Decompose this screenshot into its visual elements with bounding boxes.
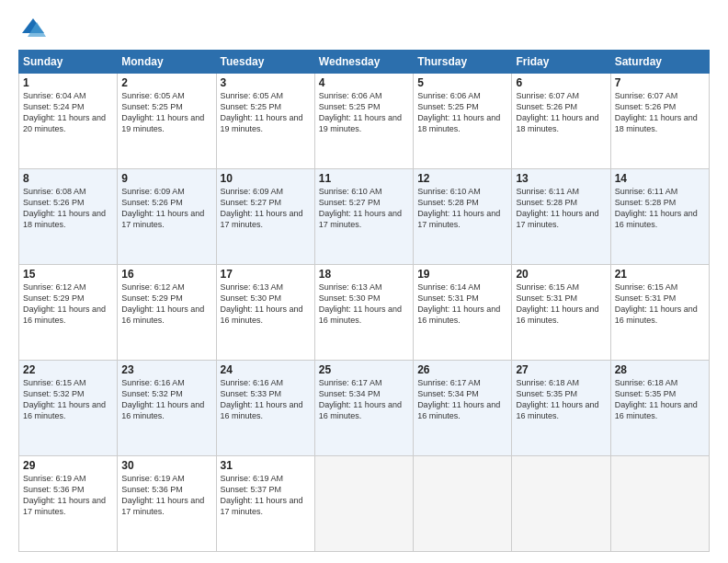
day-number-7: 7 xyxy=(615,76,705,89)
day-number-22: 22 xyxy=(23,363,113,376)
day-cell-18: 18 Sunrise: 6:13 AM Sunset: 5:30 PM Dayl… xyxy=(314,265,413,361)
day-cell-21: 21 Sunrise: 6:15 AM Sunset: 5:31 PM Dayl… xyxy=(610,265,709,361)
logo xyxy=(18,15,46,40)
day-info-22: Sunrise: 6:15 AM Sunset: 5:32 PM Dayligh… xyxy=(23,377,113,422)
day-number-24: 24 xyxy=(221,363,311,376)
day-number-5: 5 xyxy=(417,76,507,89)
week-row-4: 22 Sunrise: 6:15 AM Sunset: 5:32 PM Dayl… xyxy=(19,361,710,456)
col-monday: Monday xyxy=(118,51,216,74)
day-number-14: 14 xyxy=(615,172,705,185)
day-cell-28: 28 Sunrise: 6:18 AM Sunset: 5:35 PM Dayl… xyxy=(610,361,709,456)
day-cell-5: 5 Sunrise: 6:06 AM Sunset: 5:25 PM Dayli… xyxy=(414,74,512,169)
day-info-7: Sunrise: 6:07 AM Sunset: 5:26 PM Dayligh… xyxy=(615,90,705,135)
day-number-13: 13 xyxy=(516,172,606,185)
day-info-29: Sunrise: 6:19 AM Sunset: 5:36 PM Dayligh… xyxy=(23,473,113,518)
day-number-30: 30 xyxy=(121,459,211,472)
day-cell-26: 26 Sunrise: 6:17 AM Sunset: 5:34 PM Dayl… xyxy=(414,361,512,456)
day-cell-7: 7 Sunrise: 6:07 AM Sunset: 5:26 PM Dayli… xyxy=(610,74,709,169)
day-cell-9: 9 Sunrise: 6:09 AM Sunset: 5:26 PM Dayli… xyxy=(118,169,216,265)
day-info-12: Sunrise: 6:10 AM Sunset: 5:28 PM Dayligh… xyxy=(417,186,507,231)
day-info-5: Sunrise: 6:06 AM Sunset: 5:25 PM Dayligh… xyxy=(417,90,507,135)
day-info-25: Sunrise: 6:17 AM Sunset: 5:34 PM Dayligh… xyxy=(319,377,409,422)
day-info-21: Sunrise: 6:15 AM Sunset: 5:31 PM Dayligh… xyxy=(615,282,705,327)
day-number-6: 6 xyxy=(516,76,606,89)
day-number-10: 10 xyxy=(221,172,311,185)
day-cell-23: 23 Sunrise: 6:16 AM Sunset: 5:32 PM Dayl… xyxy=(118,361,216,456)
page: Sunday Monday Tuesday Wednesday Thursday… xyxy=(0,0,728,563)
day-info-16: Sunrise: 6:12 AM Sunset: 5:29 PM Dayligh… xyxy=(121,282,211,327)
day-cell-11: 11 Sunrise: 6:10 AM Sunset: 5:27 PM Dayl… xyxy=(314,169,413,265)
day-info-6: Sunrise: 6:07 AM Sunset: 5:26 PM Dayligh… xyxy=(516,90,606,135)
day-number-9: 9 xyxy=(121,172,211,185)
day-number-4: 4 xyxy=(319,76,409,89)
col-sunday: Sunday xyxy=(19,51,118,74)
day-info-8: Sunrise: 6:08 AM Sunset: 5:26 PM Dayligh… xyxy=(23,186,113,231)
day-cell-3: 3 Sunrise: 6:05 AM Sunset: 5:25 PM Dayli… xyxy=(216,74,314,169)
day-info-14: Sunrise: 6:11 AM Sunset: 5:28 PM Dayligh… xyxy=(615,186,705,231)
day-cell-16: 16 Sunrise: 6:12 AM Sunset: 5:29 PM Dayl… xyxy=(118,265,216,361)
day-number-2: 2 xyxy=(121,76,211,89)
day-info-1: Sunrise: 6:04 AM Sunset: 5:24 PM Dayligh… xyxy=(23,90,113,135)
day-cell-30: 30 Sunrise: 6:19 AM Sunset: 5:36 PM Dayl… xyxy=(118,456,216,552)
day-number-3: 3 xyxy=(221,76,311,89)
day-info-31: Sunrise: 6:19 AM Sunset: 5:37 PM Dayligh… xyxy=(221,473,311,518)
day-info-2: Sunrise: 6:05 AM Sunset: 5:25 PM Dayligh… xyxy=(121,90,211,135)
day-number-28: 28 xyxy=(615,363,705,376)
day-info-17: Sunrise: 6:13 AM Sunset: 5:30 PM Dayligh… xyxy=(221,282,311,327)
col-tuesday: Tuesday xyxy=(216,51,314,74)
day-cell-8: 8 Sunrise: 6:08 AM Sunset: 5:26 PM Dayli… xyxy=(19,169,118,265)
day-info-20: Sunrise: 6:15 AM Sunset: 5:31 PM Dayligh… xyxy=(516,282,606,327)
day-info-15: Sunrise: 6:12 AM Sunset: 5:29 PM Dayligh… xyxy=(23,282,113,327)
logo-icon xyxy=(20,15,46,40)
day-number-1: 1 xyxy=(23,76,113,89)
day-number-16: 16 xyxy=(121,268,211,281)
empty-cell xyxy=(512,456,610,552)
day-cell-2: 2 Sunrise: 6:05 AM Sunset: 5:25 PM Dayli… xyxy=(118,74,216,169)
day-info-19: Sunrise: 6:14 AM Sunset: 5:31 PM Dayligh… xyxy=(417,282,507,327)
day-number-19: 19 xyxy=(417,268,507,281)
day-number-15: 15 xyxy=(23,268,113,281)
header xyxy=(18,15,710,40)
day-cell-1: 1 Sunrise: 6:04 AM Sunset: 5:24 PM Dayli… xyxy=(19,74,118,169)
week-row-1: 1 Sunrise: 6:04 AM Sunset: 5:24 PM Dayli… xyxy=(19,74,710,169)
day-info-9: Sunrise: 6:09 AM Sunset: 5:26 PM Dayligh… xyxy=(121,186,211,231)
day-number-11: 11 xyxy=(319,172,409,185)
day-cell-19: 19 Sunrise: 6:14 AM Sunset: 5:31 PM Dayl… xyxy=(414,265,512,361)
day-cell-22: 22 Sunrise: 6:15 AM Sunset: 5:32 PM Dayl… xyxy=(19,361,118,456)
day-cell-14: 14 Sunrise: 6:11 AM Sunset: 5:28 PM Dayl… xyxy=(610,169,709,265)
empty-cell xyxy=(610,456,709,552)
calendar: Sunday Monday Tuesday Wednesday Thursday… xyxy=(18,50,710,552)
week-row-2: 8 Sunrise: 6:08 AM Sunset: 5:26 PM Dayli… xyxy=(19,169,710,265)
day-cell-27: 27 Sunrise: 6:18 AM Sunset: 5:35 PM Dayl… xyxy=(512,361,610,456)
day-cell-25: 25 Sunrise: 6:17 AM Sunset: 5:34 PM Dayl… xyxy=(314,361,413,456)
day-info-26: Sunrise: 6:17 AM Sunset: 5:34 PM Dayligh… xyxy=(417,377,507,422)
day-info-10: Sunrise: 6:09 AM Sunset: 5:27 PM Dayligh… xyxy=(221,186,311,231)
day-number-31: 31 xyxy=(221,459,311,472)
col-thursday: Thursday xyxy=(414,51,512,74)
day-number-21: 21 xyxy=(615,268,705,281)
empty-cell xyxy=(414,456,512,552)
day-info-23: Sunrise: 6:16 AM Sunset: 5:32 PM Dayligh… xyxy=(121,377,211,422)
day-cell-29: 29 Sunrise: 6:19 AM Sunset: 5:36 PM Dayl… xyxy=(19,456,118,552)
col-wednesday: Wednesday xyxy=(314,51,413,74)
day-cell-20: 20 Sunrise: 6:15 AM Sunset: 5:31 PM Dayl… xyxy=(512,265,610,361)
weekday-header-row: Sunday Monday Tuesday Wednesday Thursday… xyxy=(19,51,710,74)
day-number-8: 8 xyxy=(23,172,113,185)
day-info-18: Sunrise: 6:13 AM Sunset: 5:30 PM Dayligh… xyxy=(319,282,409,327)
col-friday: Friday xyxy=(512,51,610,74)
day-cell-10: 10 Sunrise: 6:09 AM Sunset: 5:27 PM Dayl… xyxy=(216,169,314,265)
week-row-3: 15 Sunrise: 6:12 AM Sunset: 5:29 PM Dayl… xyxy=(19,265,710,361)
day-number-23: 23 xyxy=(121,363,211,376)
day-info-28: Sunrise: 6:18 AM Sunset: 5:35 PM Dayligh… xyxy=(615,377,705,422)
day-number-29: 29 xyxy=(23,459,113,472)
day-number-27: 27 xyxy=(516,363,606,376)
col-saturday: Saturday xyxy=(610,51,709,74)
day-cell-6: 6 Sunrise: 6:07 AM Sunset: 5:26 PM Dayli… xyxy=(512,74,610,169)
day-info-27: Sunrise: 6:18 AM Sunset: 5:35 PM Dayligh… xyxy=(516,377,606,422)
day-info-3: Sunrise: 6:05 AM Sunset: 5:25 PM Dayligh… xyxy=(221,90,311,135)
day-cell-4: 4 Sunrise: 6:06 AM Sunset: 5:25 PM Dayli… xyxy=(314,74,413,169)
day-info-24: Sunrise: 6:16 AM Sunset: 5:33 PM Dayligh… xyxy=(221,377,311,422)
day-cell-24: 24 Sunrise: 6:16 AM Sunset: 5:33 PM Dayl… xyxy=(216,361,314,456)
day-number-25: 25 xyxy=(319,363,409,376)
day-info-30: Sunrise: 6:19 AM Sunset: 5:36 PM Dayligh… xyxy=(121,473,211,518)
